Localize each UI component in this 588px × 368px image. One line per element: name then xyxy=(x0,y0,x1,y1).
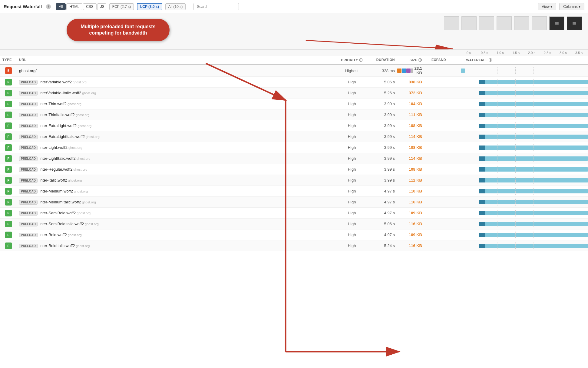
duration-cell: 3.99 s xyxy=(367,155,397,162)
waterfall-dark-bar xyxy=(479,124,485,128)
table-row[interactable]: FPRELOADInter-SemiBoldItalic.woff2ghost.… xyxy=(0,219,588,229)
url-cell[interactable]: PRELOADInter-Regular.woff2ghost.org xyxy=(17,166,337,173)
table-row[interactable]: FPRELOADInter-Italic.woff2ghost.orgHigh3… xyxy=(0,175,588,186)
columns-button[interactable]: Columns ▾ xyxy=(559,3,584,10)
url-cell[interactable]: PRELOADInterVariable.woff2ghost.org xyxy=(17,79,337,86)
expand-cell xyxy=(424,234,461,236)
table-row[interactable]: FPRELOADInterVariable.woff2ghost.orgHigh… xyxy=(0,77,588,88)
waterfall-cell xyxy=(461,100,588,108)
url-cell[interactable]: PRELOADInter-Medium.woff2ghost.org xyxy=(17,188,337,195)
waterfall-gridline xyxy=(515,67,516,74)
waterfall-gridline xyxy=(461,144,461,151)
table-row[interactable]: 5ghost.org/Highest328 ms 23.1 KB xyxy=(0,65,588,77)
waterfall-gridline xyxy=(570,79,570,85)
search-input[interactable] xyxy=(193,3,239,10)
help-icon[interactable]: ? xyxy=(46,4,51,9)
url-main: Inter-Italic.woff2 xyxy=(39,178,67,182)
all-time-button[interactable]: All (10 s) xyxy=(165,3,186,10)
filter-css[interactable]: CSS xyxy=(83,3,97,10)
url-cell[interactable]: PRELOADInter-LightItalic.woff2ghost.org xyxy=(17,155,337,162)
waterfall-gridline xyxy=(552,133,552,140)
waterfall-gridline xyxy=(552,90,552,96)
url-domain: ghost.org xyxy=(76,113,90,117)
table-row[interactable]: FPRELOADInter-Medium.woff2ghost.orgHigh4… xyxy=(0,186,588,197)
url-cell[interactable]: PRELOADInter-BoldItalic.woff2ghost.org xyxy=(17,242,337,249)
fcp-button[interactable]: FCP (2.7 s) xyxy=(109,3,134,10)
waterfall-gridline xyxy=(479,243,479,249)
waterfall-gridline xyxy=(461,155,461,162)
waterfall-light-bar xyxy=(485,146,588,150)
size-cell: 108 KB xyxy=(397,144,424,151)
duration-cell: 3.99 s xyxy=(367,111,397,118)
url-cell[interactable]: PRELOADInter-ThinItalic.woff2ghost.org xyxy=(17,111,337,119)
preload-tag: PRELOAD xyxy=(19,113,38,117)
url-cell[interactable]: ghost.org/ xyxy=(17,67,337,74)
waterfall-dark-bar xyxy=(479,102,485,106)
url-cell[interactable]: PRELOADInter-Thin.woff2ghost.org xyxy=(17,100,337,108)
waterfall-light-bar xyxy=(485,167,588,172)
table-row[interactable]: FPRELOADInter-BoldItalic.woff2ghost.orgH… xyxy=(0,240,588,251)
lcp-button[interactable]: LCP (3.0 s) xyxy=(137,3,162,10)
table-row[interactable]: FPRELOADInter-Light.woff2ghost.orgHigh3.… xyxy=(0,142,588,153)
filter-js[interactable]: JS xyxy=(97,3,106,10)
waterfall-dark-bar xyxy=(479,135,485,139)
table-row[interactable]: FPRELOADInter-ThinItalic.woff2ghost.orgH… xyxy=(0,109,588,120)
font-type-icon: F xyxy=(5,243,12,249)
expand-cell xyxy=(424,245,461,247)
font-type-icon: F xyxy=(5,122,12,129)
table-row[interactable]: FPRELOADInter-Regular.woff2ghost.orgHigh… xyxy=(0,164,588,175)
table-row[interactable]: FPRELOADInter-ExtraLightItalic.woff2ghos… xyxy=(0,131,588,142)
url-cell[interactable]: PRELOADInter-Bold.woff2ghost.org xyxy=(17,231,337,239)
url-cell[interactable]: PRELOADInterVariable-Italic.woff2ghost.o… xyxy=(17,89,337,97)
url-cell[interactable]: PRELOADInter-SemiBoldItalic.woff2ghost.o… xyxy=(17,220,337,228)
waterfall-gridline xyxy=(497,112,497,118)
size-cell: 104 KB xyxy=(397,100,424,107)
waterfall-gridline xyxy=(533,144,534,151)
waterfall-gridline xyxy=(479,166,479,173)
waterfall-gridline xyxy=(533,221,534,227)
waterfall-gridline xyxy=(461,112,461,118)
waterfall-gridline xyxy=(570,155,570,162)
waterfall-gridline xyxy=(570,199,570,206)
url-cell[interactable]: PRELOADInter-SemiBold.woff2ghost.org xyxy=(17,209,337,217)
waterfall-gridline xyxy=(515,232,516,238)
preload-tag: PRELOAD xyxy=(19,156,38,161)
waterfall-cell xyxy=(461,231,588,239)
url-domain: ghost.org xyxy=(78,124,91,128)
waterfall-cell xyxy=(461,89,588,97)
url-cell[interactable]: PRELOADInter-ExtraLight.woff2ghost.org xyxy=(17,122,337,129)
url-cell[interactable]: PRELOADInter-ExtraLightItalic.woff2ghost… xyxy=(17,133,337,140)
url-cell[interactable]: PRELOADInter-Italic.woff2ghost.org xyxy=(17,177,337,184)
waterfall-dark-bar xyxy=(479,167,485,172)
type-cell: F xyxy=(0,122,17,129)
waterfall-gridline xyxy=(461,101,461,107)
table-row[interactable]: FPRELOADInter-ExtraLight.woff2ghost.orgH… xyxy=(0,120,588,131)
size-cell: 111 KB xyxy=(397,111,424,118)
table-row[interactable]: FPRELOADInter-Bold.woff2ghost.orgHigh4.9… xyxy=(0,229,588,240)
type-cell: 5 xyxy=(0,67,17,74)
type-cell: F xyxy=(0,210,17,216)
waterfall-cell xyxy=(461,209,588,217)
table-row[interactable]: FPRELOADInter-MediumItalic.woff2ghost.or… xyxy=(0,197,588,208)
waterfall-dark-bar xyxy=(479,80,485,84)
waterfall-gridline xyxy=(515,144,516,151)
table-row[interactable]: FPRELOADInterVariable-Italic.woff2ghost.… xyxy=(0,88,588,99)
thumb-5 xyxy=(514,16,529,30)
waterfall-gridline xyxy=(570,67,570,74)
filter-all[interactable]: All xyxy=(56,3,66,10)
waterfall-gridline xyxy=(533,188,534,195)
url-cell[interactable]: PRELOADInter-Light.woff2ghost.org xyxy=(17,144,337,151)
url-domain: ghost.org xyxy=(76,244,90,248)
font-type-icon: F xyxy=(5,79,12,85)
waterfall-gridline xyxy=(533,199,534,206)
view-button[interactable]: View ▾ xyxy=(538,3,556,10)
filter-html[interactable]: HTML xyxy=(66,3,82,10)
table-row[interactable]: FPRELOADInter-Thin.woff2ghost.orgHigh3.9… xyxy=(0,99,588,109)
url-cell[interactable]: PRELOADInter-MediumItalic.woff2ghost.org xyxy=(17,199,337,206)
url-main: ghost.org/ xyxy=(19,69,37,73)
table-row[interactable]: FPRELOADInter-LightItalic.woff2ghost.org… xyxy=(0,153,588,164)
waterfall-gridline xyxy=(497,221,497,227)
table-row[interactable]: FPRELOADInter-SemiBold.woff2ghost.orgHig… xyxy=(0,208,588,219)
waterfall-gridline xyxy=(515,155,516,162)
time-mark-35: 3.5 s xyxy=(571,51,587,55)
